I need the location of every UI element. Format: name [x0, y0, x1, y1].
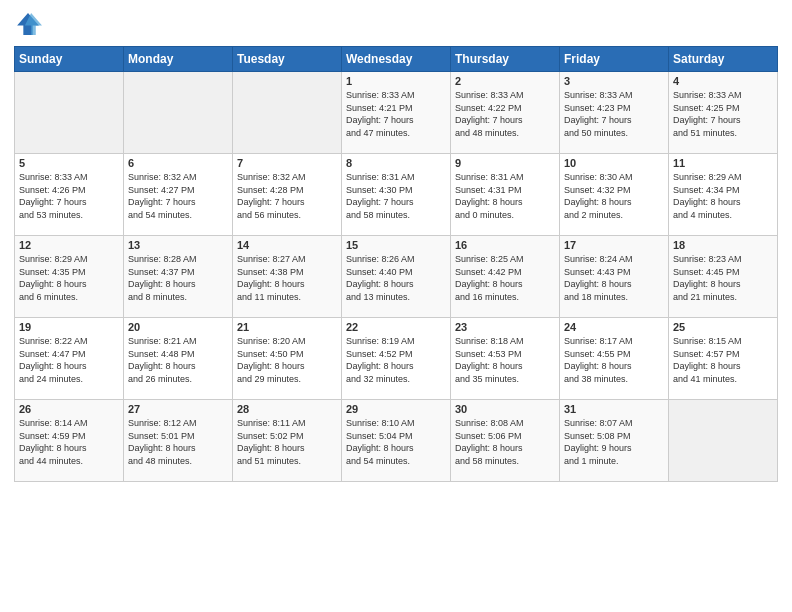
calendar-cell: 26Sunrise: 8:14 AM Sunset: 4:59 PM Dayli…	[15, 400, 124, 482]
day-number: 30	[455, 403, 555, 415]
calendar-cell: 30Sunrise: 8:08 AM Sunset: 5:06 PM Dayli…	[451, 400, 560, 482]
day-info: Sunrise: 8:08 AM Sunset: 5:06 PM Dayligh…	[455, 417, 555, 467]
day-number: 13	[128, 239, 228, 251]
day-number: 7	[237, 157, 337, 169]
calendar-week-row: 19Sunrise: 8:22 AM Sunset: 4:47 PM Dayli…	[15, 318, 778, 400]
calendar-cell	[15, 72, 124, 154]
day-info: Sunrise: 8:15 AM Sunset: 4:57 PM Dayligh…	[673, 335, 773, 385]
calendar-cell	[124, 72, 233, 154]
calendar-cell: 11Sunrise: 8:29 AM Sunset: 4:34 PM Dayli…	[669, 154, 778, 236]
day-info: Sunrise: 8:18 AM Sunset: 4:53 PM Dayligh…	[455, 335, 555, 385]
calendar-week-row: 26Sunrise: 8:14 AM Sunset: 4:59 PM Dayli…	[15, 400, 778, 482]
day-info: Sunrise: 8:21 AM Sunset: 4:48 PM Dayligh…	[128, 335, 228, 385]
day-info: Sunrise: 8:29 AM Sunset: 4:35 PM Dayligh…	[19, 253, 119, 303]
day-number: 26	[19, 403, 119, 415]
day-number: 23	[455, 321, 555, 333]
calendar-cell: 23Sunrise: 8:18 AM Sunset: 4:53 PM Dayli…	[451, 318, 560, 400]
day-info: Sunrise: 8:29 AM Sunset: 4:34 PM Dayligh…	[673, 171, 773, 221]
weekday-header-saturday: Saturday	[669, 47, 778, 72]
day-info: Sunrise: 8:23 AM Sunset: 4:45 PM Dayligh…	[673, 253, 773, 303]
day-number: 17	[564, 239, 664, 251]
day-number: 10	[564, 157, 664, 169]
weekday-header-sunday: Sunday	[15, 47, 124, 72]
day-number: 2	[455, 75, 555, 87]
day-number: 20	[128, 321, 228, 333]
weekday-header-row: SundayMondayTuesdayWednesdayThursdayFrid…	[15, 47, 778, 72]
day-number: 6	[128, 157, 228, 169]
day-info: Sunrise: 8:07 AM Sunset: 5:08 PM Dayligh…	[564, 417, 664, 467]
calendar-cell: 20Sunrise: 8:21 AM Sunset: 4:48 PM Dayli…	[124, 318, 233, 400]
calendar-cell: 13Sunrise: 8:28 AM Sunset: 4:37 PM Dayli…	[124, 236, 233, 318]
day-number: 31	[564, 403, 664, 415]
calendar-cell: 12Sunrise: 8:29 AM Sunset: 4:35 PM Dayli…	[15, 236, 124, 318]
day-info: Sunrise: 8:33 AM Sunset: 4:26 PM Dayligh…	[19, 171, 119, 221]
calendar-cell: 25Sunrise: 8:15 AM Sunset: 4:57 PM Dayli…	[669, 318, 778, 400]
weekday-header-friday: Friday	[560, 47, 669, 72]
day-info: Sunrise: 8:31 AM Sunset: 4:30 PM Dayligh…	[346, 171, 446, 221]
day-number: 11	[673, 157, 773, 169]
weekday-header-wednesday: Wednesday	[342, 47, 451, 72]
calendar-week-row: 5Sunrise: 8:33 AM Sunset: 4:26 PM Daylig…	[15, 154, 778, 236]
day-number: 16	[455, 239, 555, 251]
day-info: Sunrise: 8:32 AM Sunset: 4:28 PM Dayligh…	[237, 171, 337, 221]
calendar-cell	[233, 72, 342, 154]
logo	[14, 10, 46, 38]
calendar-cell: 22Sunrise: 8:19 AM Sunset: 4:52 PM Dayli…	[342, 318, 451, 400]
calendar-cell: 8Sunrise: 8:31 AM Sunset: 4:30 PM Daylig…	[342, 154, 451, 236]
calendar-cell: 19Sunrise: 8:22 AM Sunset: 4:47 PM Dayli…	[15, 318, 124, 400]
page-header	[14, 10, 778, 38]
day-number: 24	[564, 321, 664, 333]
day-info: Sunrise: 8:10 AM Sunset: 5:04 PM Dayligh…	[346, 417, 446, 467]
day-info: Sunrise: 8:24 AM Sunset: 4:43 PM Dayligh…	[564, 253, 664, 303]
weekday-header-thursday: Thursday	[451, 47, 560, 72]
calendar-cell: 7Sunrise: 8:32 AM Sunset: 4:28 PM Daylig…	[233, 154, 342, 236]
day-number: 28	[237, 403, 337, 415]
day-info: Sunrise: 8:26 AM Sunset: 4:40 PM Dayligh…	[346, 253, 446, 303]
calendar-cell: 6Sunrise: 8:32 AM Sunset: 4:27 PM Daylig…	[124, 154, 233, 236]
day-info: Sunrise: 8:28 AM Sunset: 4:37 PM Dayligh…	[128, 253, 228, 303]
day-info: Sunrise: 8:30 AM Sunset: 4:32 PM Dayligh…	[564, 171, 664, 221]
day-info: Sunrise: 8:33 AM Sunset: 4:25 PM Dayligh…	[673, 89, 773, 139]
weekday-header-tuesday: Tuesday	[233, 47, 342, 72]
day-info: Sunrise: 8:19 AM Sunset: 4:52 PM Dayligh…	[346, 335, 446, 385]
day-info: Sunrise: 8:33 AM Sunset: 4:22 PM Dayligh…	[455, 89, 555, 139]
day-info: Sunrise: 8:25 AM Sunset: 4:42 PM Dayligh…	[455, 253, 555, 303]
weekday-header-monday: Monday	[124, 47, 233, 72]
day-number: 29	[346, 403, 446, 415]
calendar-cell: 2Sunrise: 8:33 AM Sunset: 4:22 PM Daylig…	[451, 72, 560, 154]
day-number: 19	[19, 321, 119, 333]
calendar-cell: 31Sunrise: 8:07 AM Sunset: 5:08 PM Dayli…	[560, 400, 669, 482]
calendar-cell: 10Sunrise: 8:30 AM Sunset: 4:32 PM Dayli…	[560, 154, 669, 236]
day-info: Sunrise: 8:11 AM Sunset: 5:02 PM Dayligh…	[237, 417, 337, 467]
day-info: Sunrise: 8:33 AM Sunset: 4:23 PM Dayligh…	[564, 89, 664, 139]
calendar-cell: 28Sunrise: 8:11 AM Sunset: 5:02 PM Dayli…	[233, 400, 342, 482]
day-number: 1	[346, 75, 446, 87]
day-number: 27	[128, 403, 228, 415]
calendar-week-row: 1Sunrise: 8:33 AM Sunset: 4:21 PM Daylig…	[15, 72, 778, 154]
calendar-table: SundayMondayTuesdayWednesdayThursdayFrid…	[14, 46, 778, 482]
calendar-cell: 1Sunrise: 8:33 AM Sunset: 4:21 PM Daylig…	[342, 72, 451, 154]
day-number: 18	[673, 239, 773, 251]
day-info: Sunrise: 8:17 AM Sunset: 4:55 PM Dayligh…	[564, 335, 664, 385]
day-info: Sunrise: 8:31 AM Sunset: 4:31 PM Dayligh…	[455, 171, 555, 221]
calendar-cell: 29Sunrise: 8:10 AM Sunset: 5:04 PM Dayli…	[342, 400, 451, 482]
calendar-cell: 18Sunrise: 8:23 AM Sunset: 4:45 PM Dayli…	[669, 236, 778, 318]
calendar-cell: 14Sunrise: 8:27 AM Sunset: 4:38 PM Dayli…	[233, 236, 342, 318]
day-info: Sunrise: 8:27 AM Sunset: 4:38 PM Dayligh…	[237, 253, 337, 303]
calendar-week-row: 12Sunrise: 8:29 AM Sunset: 4:35 PM Dayli…	[15, 236, 778, 318]
day-info: Sunrise: 8:12 AM Sunset: 5:01 PM Dayligh…	[128, 417, 228, 467]
day-info: Sunrise: 8:33 AM Sunset: 4:21 PM Dayligh…	[346, 89, 446, 139]
day-number: 9	[455, 157, 555, 169]
calendar-cell: 4Sunrise: 8:33 AM Sunset: 4:25 PM Daylig…	[669, 72, 778, 154]
logo-icon	[14, 10, 42, 38]
day-number: 15	[346, 239, 446, 251]
day-number: 3	[564, 75, 664, 87]
day-number: 25	[673, 321, 773, 333]
day-number: 8	[346, 157, 446, 169]
calendar-cell: 17Sunrise: 8:24 AM Sunset: 4:43 PM Dayli…	[560, 236, 669, 318]
calendar-cell: 9Sunrise: 8:31 AM Sunset: 4:31 PM Daylig…	[451, 154, 560, 236]
calendar-cell: 15Sunrise: 8:26 AM Sunset: 4:40 PM Dayli…	[342, 236, 451, 318]
calendar-cell: 5Sunrise: 8:33 AM Sunset: 4:26 PM Daylig…	[15, 154, 124, 236]
calendar-cell: 16Sunrise: 8:25 AM Sunset: 4:42 PM Dayli…	[451, 236, 560, 318]
calendar-cell	[669, 400, 778, 482]
